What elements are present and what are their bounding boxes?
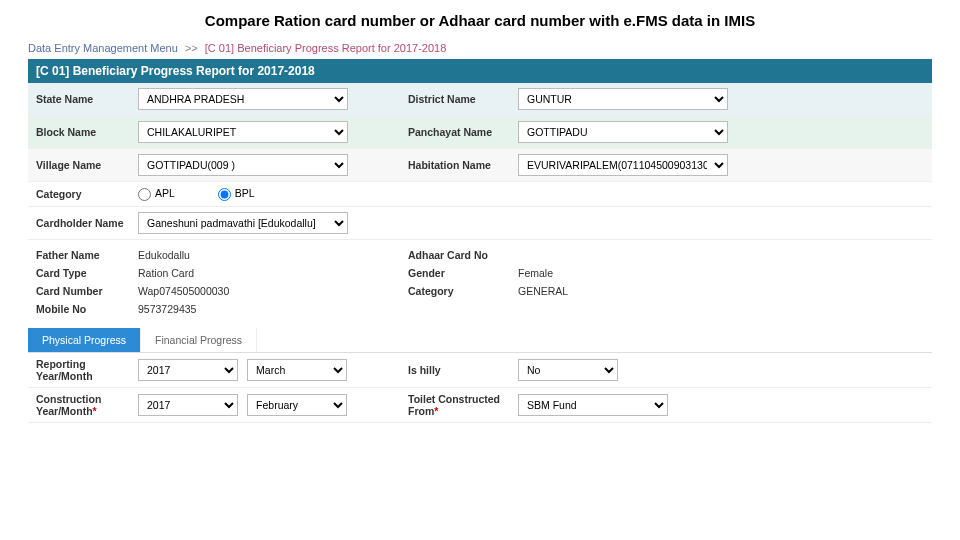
section-header: [C 01] Beneficiary Progress Report for 2… <box>28 59 932 83</box>
ishilly-select[interactable]: No <box>518 359 618 381</box>
adhaar-label: Adhaar Card No <box>408 246 518 264</box>
breadcrumb-root[interactable]: Data Entry Management Menu <box>28 42 178 54</box>
mobile-label: Mobile No <box>28 300 138 318</box>
habitation-label: Habitation Name <box>408 159 518 171</box>
breadcrumb: Data Entry Management Menu >> [C 01] Ben… <box>28 39 932 57</box>
reporting-label: Reporting Year/Month <box>28 358 138 382</box>
cardnumber-value: Wap074505000030 <box>138 282 368 300</box>
tab-physical-progress[interactable]: Physical Progress <box>28 328 141 352</box>
village-select[interactable]: GOTTIPADU(009 ) <box>138 154 348 176</box>
ishilly-label: Is hilly <box>408 364 518 376</box>
category2-value: GENERAL <box>518 282 698 300</box>
adhaar-value <box>518 246 698 264</box>
required-asterisk: * <box>93 405 97 417</box>
category2-label: Category <box>408 282 518 300</box>
row-village-habitation: Village Name GOTTIPADU(009 ) Habitation … <box>28 149 932 182</box>
row-category: Category APL BPL <box>28 182 932 207</box>
cardtype-label: Card Type <box>28 264 138 282</box>
progress-tabs: Physical Progress Financial Progress <box>28 328 932 353</box>
tab-financial-progress[interactable]: Financial Progress <box>141 328 257 352</box>
apl-radio-label[interactable]: APL <box>138 187 175 199</box>
toilet-label: Toilet Constructed From* <box>408 393 518 417</box>
bpl-radio-label[interactable]: BPL <box>218 187 255 199</box>
mobile-value: 9573729435 <box>138 300 368 318</box>
row-cardholder: Cardholder Name Ganeshuni padmavathi [Ed… <box>28 207 932 240</box>
row-reporting: Reporting Year/Month 2017 March Is hilly… <box>28 353 932 388</box>
page-title: Compare Ration card number or Adhaar car… <box>0 0 960 39</box>
toilet-from-select[interactable]: SBM Fund <box>518 394 668 416</box>
construction-year-select[interactable]: 2017 <box>138 394 238 416</box>
required-asterisk: * <box>434 405 438 417</box>
district-label: District Name <box>408 93 518 105</box>
breadcrumb-sep: >> <box>185 42 198 54</box>
habitation-select[interactable]: EVURIVARIPALEM(0711045009031300 <box>518 154 728 176</box>
apl-radio[interactable] <box>138 188 151 201</box>
cardholder-label: Cardholder Name <box>28 217 138 229</box>
cardholder-select[interactable]: Ganeshuni padmavathi [Edukodallu] <box>138 212 348 234</box>
category-label: Category <box>28 188 138 200</box>
father-label: Father Name <box>28 246 138 264</box>
block-label: Block Name <box>28 126 138 138</box>
father-value: Edukodallu <box>138 246 368 264</box>
gender-label: Gender <box>408 264 518 282</box>
state-label: State Name <box>28 93 138 105</box>
block-select[interactable]: CHILAKALURIPET <box>138 121 348 143</box>
breadcrumb-current: [C 01] Beneficiary Progress Report for 2… <box>205 42 447 54</box>
state-select[interactable]: ANDHRA PRADESH <box>138 88 348 110</box>
reporting-month-select[interactable]: March <box>247 359 347 381</box>
construction-label: Construction Year/Month* <box>28 393 138 417</box>
district-select[interactable]: GUNTUR <box>518 88 728 110</box>
cardnumber-label: Card Number <box>28 282 138 300</box>
panchayat-select[interactable]: GOTTIPADU <box>518 121 728 143</box>
row-construction: Construction Year/Month* 2017 February T… <box>28 388 932 423</box>
row-block-panchayat: Block Name CHILAKALURIPET Panchayat Name… <box>28 116 932 149</box>
bpl-radio[interactable] <box>218 188 231 201</box>
row-state-district: State Name ANDHRA PRADESH District Name … <box>28 83 932 116</box>
panchayat-label: Panchayat Name <box>408 126 518 138</box>
cardholder-details: Father Name Edukodallu Adhaar Card No Ca… <box>28 240 932 324</box>
gender-value: Female <box>518 264 698 282</box>
cardtype-value: Ration Card <box>138 264 368 282</box>
village-label: Village Name <box>28 159 138 171</box>
construction-month-select[interactable]: February <box>247 394 347 416</box>
reporting-year-select[interactable]: 2017 <box>138 359 238 381</box>
